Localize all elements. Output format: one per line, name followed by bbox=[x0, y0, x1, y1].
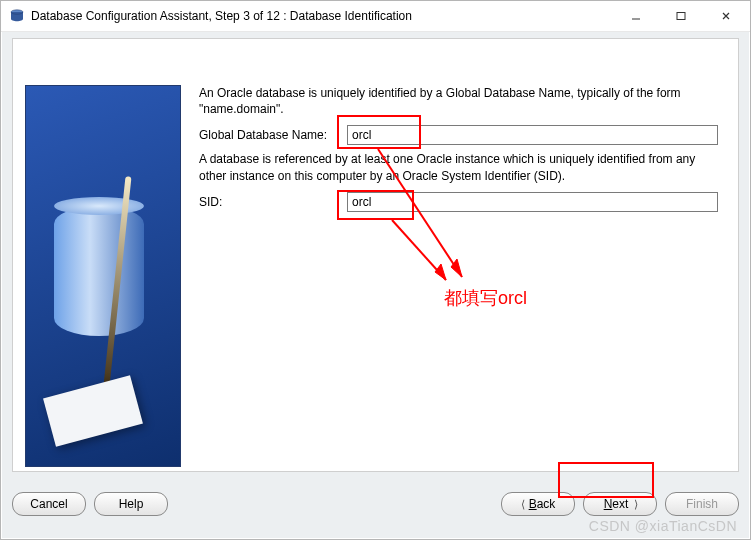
dialog-window: Database Configuration Assistant, Step 3… bbox=[0, 0, 751, 540]
button-bar: Cancel Help ⟨ Back Next ⟩ Finish bbox=[12, 484, 739, 524]
window-buttons bbox=[613, 2, 748, 30]
sid-row: SID: bbox=[199, 192, 718, 212]
chevron-right-icon: ⟩ bbox=[634, 498, 636, 511]
wizard-sidebar-image bbox=[25, 85, 181, 467]
cancel-button[interactable]: Cancel bbox=[12, 492, 86, 516]
app-icon bbox=[9, 8, 25, 24]
global-db-name-label: Global Database Name: bbox=[199, 128, 347, 142]
svg-rect-2 bbox=[677, 13, 685, 20]
help-button[interactable]: Help bbox=[94, 492, 168, 516]
maximize-button[interactable] bbox=[658, 2, 703, 30]
intro-text: An Oracle database is uniquely identifie… bbox=[199, 85, 718, 117]
close-button[interactable] bbox=[703, 2, 748, 30]
sid-label: SID: bbox=[199, 195, 347, 209]
titlebar: Database Configuration Assistant, Step 3… bbox=[1, 1, 750, 32]
back-button[interactable]: ⟨ Back bbox=[501, 492, 575, 516]
client-area: An Oracle database is uniquely identifie… bbox=[2, 32, 749, 538]
sid-intro-text: A database is referenced by at least one… bbox=[199, 151, 718, 183]
global-db-name-input[interactable] bbox=[347, 125, 718, 145]
next-button[interactable]: Next ⟩ bbox=[583, 492, 657, 516]
minimize-button[interactable] bbox=[613, 2, 658, 30]
window-title: Database Configuration Assistant, Step 3… bbox=[31, 9, 613, 23]
sid-input[interactable] bbox=[347, 192, 718, 212]
finish-button: Finish bbox=[665, 492, 739, 516]
global-db-name-row: Global Database Name: bbox=[199, 125, 718, 145]
wizard-content: An Oracle database is uniquely identifie… bbox=[181, 79, 728, 463]
chevron-left-icon: ⟨ bbox=[521, 498, 523, 511]
wizard-panel: An Oracle database is uniquely identifie… bbox=[12, 38, 739, 472]
